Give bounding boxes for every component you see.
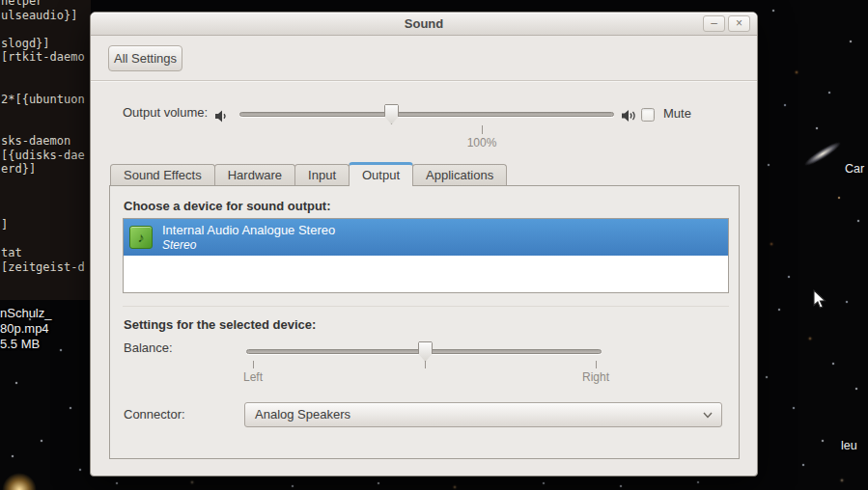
file-label-line: 80p.mp4: [0, 321, 89, 337]
settings-for-device-label: Settings for the selected device:: [124, 317, 316, 332]
device-row-selected[interactable]: ♪ Internal Audio Analogue Stereo Stereo: [124, 219, 728, 256]
sky-annotation-bottom: leu: [841, 439, 857, 452]
desktop-file-label[interactable]: nSchulz_ 80p.mp4 5.5 MB: [0, 306, 89, 352]
tab-sound-effects[interactable]: Sound Effects: [110, 164, 215, 185]
output-volume-label: Output volume:: [123, 105, 208, 120]
balance-left-mark: Left: [234, 370, 272, 384]
output-tab-panel: Choose a device for sound output: ♪ Inte…: [109, 185, 740, 459]
tab-hardware[interactable]: Hardware: [214, 164, 295, 185]
connector-value: Analog Speakers: [255, 403, 350, 426]
connector-label: Connector:: [124, 407, 185, 422]
output-volume-slider-handle[interactable]: [384, 104, 399, 124]
balance-right-mark: Right: [576, 370, 615, 384]
volume-100-tick: [482, 125, 483, 134]
window-title: Sound: [91, 13, 757, 36]
volume-high-icon: [621, 108, 638, 123]
terminal-output: helper ulseaudio}] slogd}] [rtkit-daemo …: [0, 0, 91, 274]
titlebar[interactable]: Sound – ×: [91, 13, 757, 36]
tab-output[interactable]: Output: [349, 162, 413, 186]
toolbar-separator: [91, 80, 757, 82]
mouse-cursor: [813, 289, 827, 310]
tab-input[interactable]: Input: [294, 164, 350, 185]
file-label-line: nSchulz_: [0, 306, 89, 321]
output-device-list[interactable]: ♪ Internal Audio Analogue Stereo Stereo: [123, 218, 729, 293]
connector-dropdown[interactable]: Analog Speakers: [244, 402, 722, 427]
output-volume-slider-track[interactable]: [239, 112, 614, 117]
all-settings-button[interactable]: All Settings: [108, 45, 182, 71]
close-button[interactable]: ×: [728, 15, 750, 32]
balance-right-tick: [596, 361, 597, 368]
balance-slider-handle[interactable]: [418, 341, 433, 362]
tab-applications[interactable]: Applications: [412, 164, 507, 185]
balance-center-tick: [425, 361, 426, 368]
device-name: Internal Audio Analogue Stereo: [162, 223, 335, 237]
chevron-down-icon: [703, 412, 713, 419]
tab-bar: Sound Effects Hardware Input Output Appl…: [110, 162, 506, 186]
sky-annotation-top: Car: [845, 162, 864, 176]
mute-checkbox[interactable]: [641, 108, 655, 122]
sound-settings-window: Sound – × All Settings Output volume: 10…: [90, 12, 758, 476]
choose-device-label: Choose a device for sound output:: [124, 199, 331, 213]
mute-label: Mute: [663, 106, 691, 121]
panel-separator: [123, 306, 729, 307]
device-subtitle: Stereo: [162, 238, 196, 252]
bright-star-glow: [2, 473, 37, 490]
balance-left-tick: [253, 361, 254, 368]
volume-low-icon: [214, 109, 230, 123]
balance-label: Balance:: [124, 340, 173, 355]
file-label-line: 5.5 MB: [0, 337, 89, 352]
galaxy-image: [802, 139, 843, 169]
volume-100-mark: 100%: [458, 136, 506, 150]
terminal-window[interactable]: helper ulseaudio}] slogd}] [rtkit-daemo …: [0, 0, 91, 300]
audio-card-icon: ♪: [129, 226, 153, 249]
minimize-button[interactable]: –: [703, 15, 725, 32]
